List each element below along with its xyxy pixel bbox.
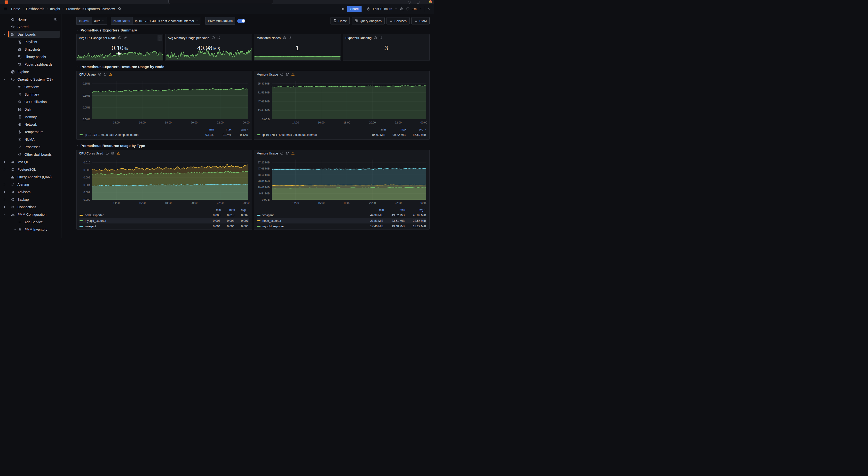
sidebar-link[interactable]: Network [8,121,60,128]
legend-sort-max[interactable]: max [214,128,231,131]
info-icon[interactable] [98,73,101,76]
favorite-star-icon[interactable] [118,7,121,11]
sidebar-link[interactable]: PMM Configuration [8,211,60,218]
sidebar-item-mysql[interactable]: MySQL [0,158,62,166]
panel-title[interactable]: Memory Usage [257,151,278,155]
legend-sort-min[interactable]: min [207,208,221,212]
sidebar-link[interactable]: Query Analytics (QAN) [8,173,60,180]
sidebar-item-dashboards[interactable]: Dashboards [0,31,62,38]
external-link-icon[interactable] [124,36,127,39]
sidebar-link[interactable]: PMM Inventory [8,226,60,233]
section-header-resource-usage-by-type[interactable]: Prometheus Resource usage by Type [76,144,430,148]
warning-icon[interactable] [117,151,120,155]
panel-title[interactable]: Avg Memory Usage per Node [168,36,209,40]
sidebar-item-alerting[interactable]: Alerting [0,181,62,188]
external-link-icon[interactable] [217,36,220,39]
sidebar-link[interactable]: CPU utilization [8,98,60,105]
sidebar-link[interactable]: Processes [8,143,60,150]
warning-icon[interactable] [109,73,113,76]
refresh-interval-caret-icon[interactable] [419,7,422,10]
section-header-exporters-summary[interactable]: Prometheus Exporters Summary [76,28,430,32]
sidebar-link[interactable]: Public dashboards [8,61,60,68]
refresh-interval-picker[interactable]: 1m [412,7,416,11]
breadcrumb-dashboards[interactable]: Dashboards [26,7,44,11]
sidebar-link[interactable]: Advisors [8,189,60,195]
browser-url-bar[interactable] [168,0,273,4]
dashboard-settings-gear-icon[interactable] [341,7,345,11]
interval-label[interactable]: Interval [76,17,92,25]
series-name[interactable]: mysqld_exporter [85,219,206,223]
sidebar-item-temperature[interactable]: Temperature [0,128,62,136]
panel-title[interactable]: CPU Usage [79,73,96,76]
sidebar-link[interactable]: NUMA [8,136,60,143]
mega-menu-toggle-icon[interactable] [3,7,7,11]
breadcrumb-home[interactable]: Home [11,7,20,11]
sidebar-link[interactable]: Memory [8,113,60,120]
sidebar-item-starred[interactable]: Starred [0,23,62,31]
sidebar-link[interactable]: Add Service [8,218,60,226]
sidebar-link[interactable]: MySQL [8,158,60,165]
sidebar-link[interactable]: Temperature [8,128,60,135]
sidebar-link[interactable]: Library panels [8,53,60,60]
sidebar-link[interactable]: Connections [8,203,60,210]
chevron-right-icon[interactable] [2,160,6,164]
series-name[interactable]: ip-10-178-1-40.us-east-2.compute.interna… [262,133,365,137]
sidebar-link[interactable]: Operating System (OS) [8,76,60,83]
external-link-icon[interactable] [286,151,289,155]
dock-sidebar-icon[interactable] [54,18,58,21]
panel-title[interactable]: Monitored Nodes [257,36,281,40]
refresh-icon[interactable] [406,7,410,11]
caret-down-icon[interactable] [2,212,6,216]
sidebar-link[interactable]: Playlists [8,38,60,45]
sidebar-item-playlists[interactable]: Playlists [0,38,62,45]
external-link-icon[interactable] [288,36,292,39]
interval-select[interactable]: auto [92,17,107,25]
series-name[interactable]: ip-10-178-1-40.us-east-2.compute.interna… [85,133,196,137]
legend-row-ip-10-178-1-40-us-east-2-compute-internal[interactable]: ip-10-178-1-40.us-east-2.compute.interna… [79,132,249,138]
info-icon[interactable] [374,36,377,39]
sidebar-item-overview[interactable]: Overview [0,83,62,91]
chevron-right-icon[interactable] [2,190,6,194]
external-link-icon[interactable] [111,151,114,155]
time-range-caret-icon[interactable] [395,7,397,10]
series-name[interactable]: vmagent [262,213,362,217]
warning-icon[interactable] [291,73,294,76]
warning-icon[interactable] [291,151,294,155]
info-icon[interactable] [212,36,215,39]
caret-down-icon[interactable] [2,32,6,36]
query-analytics-link-button[interactable]: Query Analytics [351,17,384,25]
memory-usage-node-chart[interactable]: 95.37 MiB71.53 MiB47.68 MiB23.84 MiB0.00… [256,79,427,126]
legend-row-mysqld-exporter[interactable]: mysqld_exporter17.46 MiB19.48 MiB18.22 M… [257,224,427,229]
sidebar-item-library-panels[interactable]: Library panels [0,53,62,61]
breadcrumb-insight[interactable]: Insight [50,7,60,11]
sidebar-link[interactable]: Backup [8,196,60,203]
legend-row-ip-10-178-1-40-us-east-2-compute-internal[interactable]: ip-10-178-1-40.us-east-2.compute.interna… [257,132,427,138]
legend-row-mysqld-exporter[interactable]: mysqld_exporter0.0070.0080.007 [79,218,249,224]
external-link-icon[interactable] [379,36,383,39]
panel-title[interactable]: Exporters Running [346,36,372,40]
sidebar-item-query-analytics-qan[interactable]: Query Analytics (QAN) [0,173,62,181]
panel-menu-kebab-icon[interactable] [157,35,162,41]
cpu-cores-used-chart[interactable]: 0.0100.0080.0060.0040.0020.00014:0016:00… [79,158,249,206]
chevron-right-icon[interactable] [2,205,6,209]
sidebar-link[interactable]: Snapshots [8,46,60,53]
series-name[interactable]: node_exporter [262,219,362,223]
home-link-button[interactable]: Home [331,17,350,25]
services-link-button[interactable]: Services [386,17,409,25]
legend-sort-avg[interactable]: avg [231,128,249,131]
sidebar-item-operating-system-os[interactable]: Operating System (OS) [0,75,62,83]
sidebar-link[interactable]: Disk [8,106,60,113]
series-name[interactable]: vmagent [85,225,206,228]
sidebar-item-pmm-configuration[interactable]: PMM Configuration [0,211,62,218]
sidebar-item-memory[interactable]: Memory [0,113,62,121]
legend-row-node-exporter[interactable]: node_exporter0.0080.0100.009 [79,212,249,218]
sidebar-item-disk[interactable]: Disk [0,106,62,113]
legend-sort-avg[interactable]: avg [405,208,427,212]
panel-title[interactable]: Memory Usage [257,73,278,76]
legend-sort-max[interactable]: max [221,208,235,212]
sidebar-link[interactable]: Explore [8,68,60,75]
legend-sort-max[interactable]: max [386,128,406,131]
sidebar-link[interactable]: Summary [8,91,60,98]
pmm-link-button[interactable]: PMM [411,17,430,25]
external-link-icon[interactable] [103,73,107,76]
